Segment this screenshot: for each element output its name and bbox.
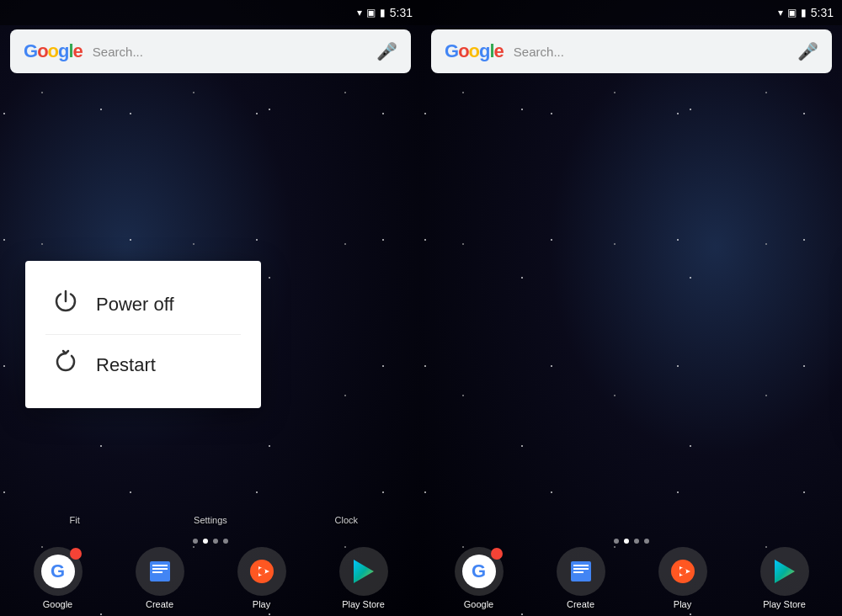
dock-left: Fit Settings Clock G Google xyxy=(0,494,421,616)
svg-point-6 xyxy=(258,568,265,575)
google-notification-dot-right xyxy=(491,548,503,560)
playstore-icon-svg-right xyxy=(770,556,800,587)
create-app[interactable]: Create xyxy=(136,547,184,609)
page-dots-right xyxy=(614,539,649,544)
google-g-right: G xyxy=(462,555,496,588)
create-icon-bg-right xyxy=(557,547,605,596)
play-icon-bg-right xyxy=(658,547,707,596)
power-menu: Power off Restart xyxy=(25,261,261,408)
dot-4 xyxy=(223,539,228,544)
wifi-icon-right: ▾ xyxy=(778,7,783,19)
playstore-icon-bg-right xyxy=(760,547,809,596)
playstore-app[interactable]: Play Store xyxy=(339,547,388,609)
play-app[interactable]: Play xyxy=(237,547,286,609)
svg-rect-11 xyxy=(573,571,584,573)
play-icon-bg xyxy=(237,547,286,596)
svg-marker-15 xyxy=(775,560,795,583)
clock-label: Clock xyxy=(312,515,380,525)
svg-marker-7 xyxy=(354,560,374,583)
search-bar-left[interactable]: Google Search... 🎤 xyxy=(10,29,411,73)
create-icon-bg xyxy=(136,547,184,596)
dot-r1 xyxy=(614,539,619,544)
search-placeholder-right: Search... xyxy=(514,45,797,59)
svg-rect-3 xyxy=(152,571,163,573)
svg-rect-9 xyxy=(573,565,589,566)
status-time-right: 5:31 xyxy=(811,6,834,19)
status-bar-right: ▾ ▣ ▮ 5:31 xyxy=(421,0,842,25)
mic-icon-right[interactable]: 🎤 xyxy=(797,41,818,61)
dot-r2 xyxy=(624,539,629,544)
google-logo-right: Google xyxy=(445,40,504,62)
play-icon-svg xyxy=(246,555,278,587)
dock-icons-left: G Google Create xyxy=(0,547,421,609)
mic-icon-left[interactable]: 🎤 xyxy=(376,41,397,61)
playstore-app-label-right: Play Store xyxy=(763,599,806,609)
wifi-icon: ▾ xyxy=(357,7,362,19)
status-bar-left: ▾ ▣ ▮ 5:31 xyxy=(0,0,421,25)
playstore-app-right[interactable]: Play Store xyxy=(760,547,809,609)
dot-2 xyxy=(203,539,208,544)
power-off-label: Power off xyxy=(96,294,174,316)
google-notification-dot xyxy=(70,548,82,560)
restart-icon xyxy=(52,348,79,381)
svg-rect-10 xyxy=(573,568,589,570)
restart-label: Restart xyxy=(96,354,156,376)
dock-right: G Google Create xyxy=(421,494,842,616)
status-icons-right: ▾ ▣ ▮ 5:31 xyxy=(778,6,834,19)
fit-label: Fit xyxy=(41,515,109,525)
create-app-label-right: Create xyxy=(567,599,594,609)
playstore-icon-bg xyxy=(339,547,388,596)
google-app-label-right: Google xyxy=(464,599,493,609)
play-app-label-right: Play xyxy=(674,599,691,609)
settings-label: Settings xyxy=(177,515,244,525)
power-off-icon xyxy=(52,288,79,321)
dot-3 xyxy=(213,539,218,544)
playstore-icon-svg xyxy=(349,556,379,587)
create-app-label: Create xyxy=(146,599,173,609)
sim-icon: ▣ xyxy=(366,7,376,19)
dot-r3 xyxy=(634,539,639,544)
svg-rect-2 xyxy=(152,568,168,570)
sim-icon-right: ▣ xyxy=(787,7,797,19)
play-icon-svg-right xyxy=(667,555,699,587)
google-icon-wrapper: G xyxy=(34,547,83,596)
search-bar-right[interactable]: Google Search... 🎤 xyxy=(431,29,832,73)
battery-icon-right: ▮ xyxy=(801,7,807,19)
dot-r4 xyxy=(644,539,649,544)
page-dots-left xyxy=(193,539,228,544)
google-app-label: Google xyxy=(43,599,72,609)
power-off-item[interactable]: Power off xyxy=(45,274,241,335)
right-screen: ▾ ▣ ▮ 5:31 Google Search... 🎤 Reboot to … xyxy=(421,0,842,616)
create-app-right[interactable]: Create xyxy=(557,547,605,609)
dock-icons-right: G Google Create xyxy=(421,547,842,609)
dot-1 xyxy=(193,539,198,544)
create-icon-svg xyxy=(146,557,174,586)
status-icons-left: ▾ ▣ ▮ 5:31 xyxy=(357,6,413,19)
left-screen: ▾ ▣ ▮ 5:31 Google Search... 🎤 Power off xyxy=(0,0,421,616)
play-app-right[interactable]: Play xyxy=(658,547,707,609)
google-icon-wrapper-right: G xyxy=(455,547,504,596)
play-app-label: Play xyxy=(253,599,270,609)
playstore-app-label: Play Store xyxy=(342,599,385,609)
status-time-left: 5:31 xyxy=(390,6,413,19)
restart-item[interactable]: Restart xyxy=(45,335,241,395)
google-app[interactable]: G Google xyxy=(34,547,83,609)
google-g: G xyxy=(41,555,75,588)
google-logo-left: Google xyxy=(24,40,83,62)
create-icon-svg-right xyxy=(567,557,595,586)
svg-point-14 xyxy=(679,568,686,575)
google-app-right[interactable]: G Google xyxy=(455,547,504,609)
svg-rect-1 xyxy=(152,565,168,566)
search-placeholder-left: Search... xyxy=(93,45,376,59)
battery-icon: ▮ xyxy=(380,7,386,19)
